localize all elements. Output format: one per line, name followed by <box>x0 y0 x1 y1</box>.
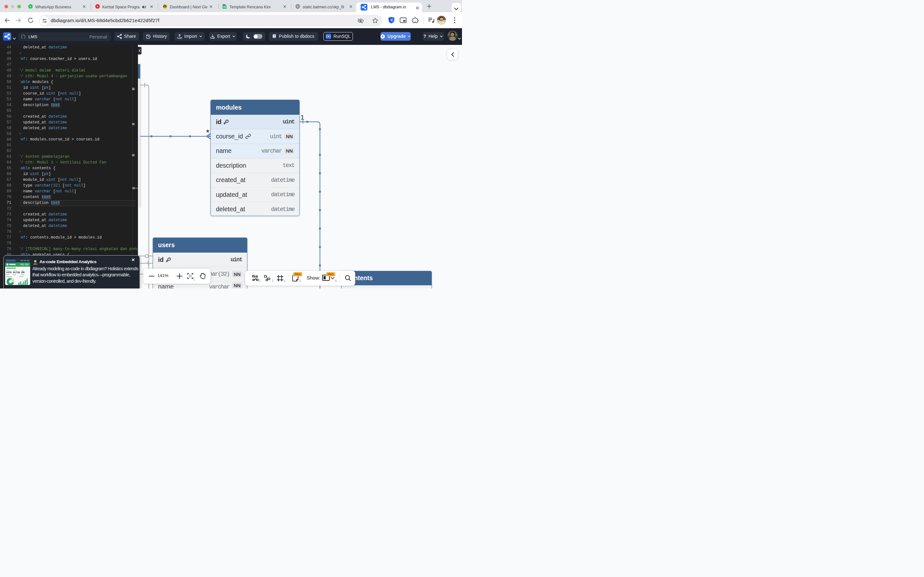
svg-text:1: 1 <box>300 113 304 121</box>
svg-text:*: * <box>206 127 210 137</box>
